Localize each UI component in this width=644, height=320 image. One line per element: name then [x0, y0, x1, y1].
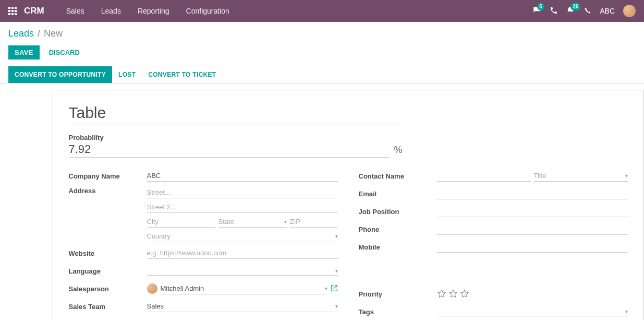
star-icon[interactable] — [448, 289, 458, 299]
form-sheet: Probability % Company Name Address State… — [53, 90, 644, 320]
star-icon[interactable] — [460, 289, 469, 299]
lead-name-input[interactable] — [69, 103, 403, 124]
mobile-label: Mobile — [359, 243, 437, 251]
star-icon[interactable] — [437, 289, 446, 299]
sales-team-label: Sales Team — [69, 303, 147, 311]
job-position-label: Job Position — [359, 208, 437, 216]
phone-input[interactable] — [437, 223, 628, 235]
convert-ticket-button[interactable]: CONVERT TO TICKET — [142, 66, 222, 83]
nav-right: 5 26 ABC — [533, 5, 636, 17]
nav-configuration[interactable]: Configuration — [178, 7, 238, 15]
chevron-down-icon: ▾ — [335, 233, 338, 239]
zip-input[interactable] — [290, 216, 338, 228]
company-switcher[interactable]: ABC — [600, 7, 615, 15]
app-brand[interactable]: CRM — [24, 6, 44, 16]
breadcrumb-root[interactable]: Leads — [8, 28, 34, 39]
percent-sign: % — [394, 145, 402, 156]
tags-label: Tags — [359, 308, 437, 316]
priority-label: Priority — [359, 290, 437, 298]
status-bar: CONVERT TO OPPORTUNITY LOST CONVERT TO T… — [0, 66, 644, 84]
salesperson-label: Salesperson — [69, 285, 147, 293]
contact-name-input[interactable] — [437, 170, 531, 182]
messages-icon[interactable]: 5 — [533, 6, 541, 16]
apps-icon[interactable] — [8, 7, 17, 15]
contact-name-label: Contact Name — [359, 172, 437, 180]
chevron-down-icon: ▾ — [335, 303, 338, 309]
top-nav: CRM Sales Leads Reporting Configuration … — [0, 0, 644, 22]
address-label: Address — [69, 187, 147, 195]
website-input[interactable] — [147, 247, 338, 259]
tags-select[interactable]: ▾ — [437, 307, 628, 316]
phone-icon[interactable] — [550, 6, 558, 16]
nav-sales[interactable]: Sales — [58, 7, 93, 15]
language-select[interactable]: ▾ — [147, 266, 338, 276]
nav-leads[interactable]: Leads — [93, 7, 129, 15]
left-column: Company Name Address State▾ Country▾ — [69, 169, 338, 320]
user-avatar[interactable] — [623, 5, 636, 17]
chevron-down-icon: ▾ — [625, 173, 628, 179]
job-position-input[interactable] — [437, 206, 628, 217]
salesperson-select[interactable]: Mitchell Admin▾ — [161, 283, 327, 294]
right-column: Contact Name Title▾ Email Job Position P… — [359, 169, 628, 320]
company-name-label: Company Name — [69, 172, 147, 180]
debug-icon[interactable] — [583, 6, 591, 16]
email-input[interactable] — [437, 188, 628, 199]
website-label: Website — [69, 250, 147, 257]
convert-opportunity-button[interactable]: CONVERT TO OPPORTUNITY — [8, 66, 112, 83]
activities-badge: 26 — [570, 3, 580, 10]
city-input[interactable] — [147, 216, 215, 228]
chevron-down-icon: ▾ — [325, 286, 327, 291]
save-button[interactable]: SAVE — [8, 45, 40, 60]
street-input[interactable] — [147, 187, 338, 198]
nav-left: CRM Sales Leads Reporting Configuration — [8, 6, 238, 16]
email-label: Email — [359, 190, 437, 198]
street2-input[interactable] — [147, 202, 338, 213]
salesperson-avatar — [147, 283, 157, 294]
breadcrumb: Leads / New — [0, 22, 644, 43]
chevron-down-icon: ▾ — [284, 219, 287, 224]
phone-label: Phone — [359, 226, 437, 233]
chevron-down-icon: ▾ — [335, 268, 338, 274]
title-select[interactable]: Title▾ — [534, 170, 628, 182]
sales-team-select[interactable]: Sales▾ — [147, 301, 338, 312]
country-select[interactable]: Country▾ — [147, 231, 338, 242]
priority-stars — [437, 289, 469, 299]
nav-reporting[interactable]: Reporting — [129, 7, 178, 15]
activities-icon[interactable]: 26 — [566, 6, 575, 16]
discard-button[interactable]: DISCARD — [49, 49, 80, 56]
chevron-down-icon: ▾ — [625, 309, 628, 314]
language-label: Language — [69, 267, 147, 275]
external-link-icon[interactable] — [331, 285, 338, 293]
company-name-input[interactable] — [147, 170, 338, 182]
probability-input[interactable] — [69, 141, 390, 158]
lost-button[interactable]: LOST — [112, 66, 142, 83]
form-actions: SAVE DISCARD — [0, 43, 644, 66]
state-select[interactable]: State▾ — [218, 216, 287, 228]
mobile-input[interactable] — [437, 241, 628, 253]
messages-badge: 5 — [537, 3, 544, 10]
breadcrumb-sep: / — [35, 28, 43, 39]
breadcrumb-current: New — [44, 28, 63, 39]
probability-label: Probability — [69, 134, 628, 141]
